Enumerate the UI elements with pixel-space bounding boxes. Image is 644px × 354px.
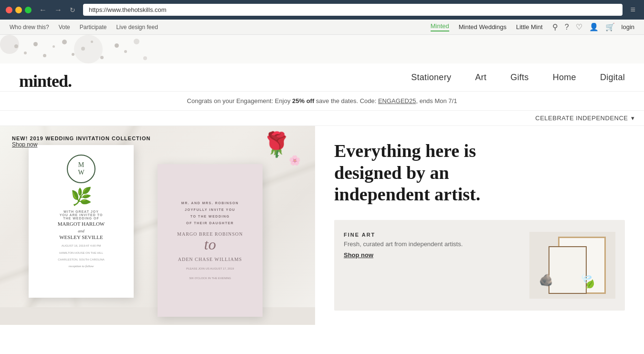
card-right-content: MR. AND MRS. ROBINSON JOYFULLY INVITE YO… [177,200,243,281]
petal-decoration: 🌸 [289,155,301,166]
cart-icon[interactable]: 🛒 [605,22,615,31]
celebrate-chevron-icon: ▾ [631,115,635,122]
card-text: WITH GREAT JOY YOU ARE INVITED TO THE WE… [58,210,105,268]
login-link[interactable]: login [622,23,634,31]
browser-menu-icon[interactable]: ≡ [627,4,638,16]
art-stone-decoration: 🪨 [539,273,553,287]
nav-stationery[interactable]: Stationery [411,73,451,83]
nav-art[interactable]: Art [475,73,486,83]
fine-art-text-section: FINE ART Fresh, curated art from indepen… [344,232,520,259]
promo-discount: 25% off [292,97,314,104]
card-right-script-to: to [177,237,243,252]
card-invite-line3: THE WEDDING OF [58,217,105,220]
card-city: CHARLESTON, SOUTH CAROLINA [58,258,105,262]
card-right-join-line: PLEASE JOIN US AUGUST 17, 2019 [177,266,243,271]
content-area: NEW! 2019 WEDDING INVITATION COLLECTION … [0,126,644,325]
monogram-m: M [78,161,84,169]
nav-gifts[interactable]: Gifts [510,73,529,83]
address-bar[interactable]: https://www.thehotskills.com [83,4,623,16]
fine-art-shop-now-link[interactable]: Shop now [344,251,520,259]
browser-chrome: ← → ↻ https://www.thehotskills.com ≡ [0,0,644,20]
card-greenery-decoration: 🌿 [71,188,92,205]
fine-art-label: FINE ART [344,232,520,238]
fine-art-image: 🍃 🪨 [529,232,615,299]
participate-link[interactable]: Participate [80,24,107,31]
browser-nav-buttons: ← → ↻ [36,5,78,15]
promo-text-before: Congrats on your Engagement: Enjoy [187,97,292,104]
card-and: and [58,229,105,233]
celebrate-bar: CELEBRATE INDEPENDENCE ▾ [0,111,644,126]
nav-home[interactable]: Home [553,73,576,83]
vote-link[interactable]: Vote [59,24,70,31]
wishlist-icon[interactable]: ♡ [576,22,582,31]
card-venue: HAMILTON HOUSE ON THE HILL [58,251,105,256]
card-right-name-bottom: ADEN CHASE WILLIAMS [177,257,243,262]
celebrate-independence-button[interactable]: CELEBRATE INDEPENDENCE ▾ [535,115,634,122]
promo-text-middle: save the dates. Code: [314,97,378,104]
monogram-w: W [78,169,84,177]
fine-art-box: FINE ART Fresh, curated art from indepen… [334,220,625,311]
card-right-line3: TO THE WEDDING [177,213,243,220]
search-icon[interactable]: ⚲ [552,22,558,31]
utility-left-links: Who drew this? Vote Participate Live des… [10,24,158,31]
minted-nav-link[interactable]: Minted [431,22,449,31]
card-name2: WESLEY SEVILLE [58,233,105,242]
hero-label: NEW! 2019 WEDDING INVITATION COLLECTION … [12,135,150,148]
hero-right: Everything here is designed by an indepe… [315,126,644,325]
nav-digital[interactable]: Digital [600,73,625,83]
site-logo[interactable]: minted. [19,71,72,91]
fine-art-description: Fresh, curated art from independent arti… [344,240,520,248]
main-navigation: Stationery Art Gifts Home Digital [411,73,625,90]
card-right-line1: MR. AND MRS. ROBINSON [177,200,243,207]
forward-button[interactable]: → [52,5,65,15]
celebrate-label: CELEBRATE INDEPENDENCE [535,115,628,122]
back-button[interactable]: ← [36,5,50,15]
dots-decoration [0,35,644,63]
maximize-button[interactable] [25,7,32,13]
shop-now-hero-link[interactable]: Shop now [12,141,150,148]
marble-background: NEW! 2019 WEDDING INVITATION COLLECTION … [0,126,315,307]
card-right-time: SIX O'CLOCK IN THE EVENING [177,275,243,281]
wedding-card-right: MR. AND MRS. ROBINSON JOYFULLY INVITE YO… [158,164,263,317]
traffic-lights [6,7,32,13]
reload-button[interactable]: ↻ [67,5,78,15]
hero-left: NEW! 2019 WEDDING INVITATION COLLECTION … [0,126,315,325]
promo-code[interactable]: ENGAGED25 [378,97,416,104]
card-monogram: M W [67,155,95,183]
who-drew-link[interactable]: Who drew this? [10,24,49,31]
minted-weddings-nav-link[interactable]: Minted Weddings [459,23,507,31]
wedding-card-left: M W 🌿 WITH GREAT JOY YOU ARE INVITED TO … [29,145,134,298]
card-right-line4: OF THEIR DAUGHTER [177,220,243,227]
utility-right-section: Minted Minted Weddings Little Mint ⚲ ? ♡… [431,22,634,31]
card-date: AUGUST 16, 2019 AT 4:00 PM [58,244,105,249]
collection-badge: NEW! 2019 WEDDING INVITATION COLLECTION [12,135,150,141]
card-rsvp: reception to follow [58,264,105,268]
minimize-button[interactable] [15,7,22,13]
card-right-line2: JOYFULLY INVITE YOU [177,207,243,213]
card-name1: MARGOT HARLOW [58,220,105,229]
help-icon[interactable]: ? [565,23,569,31]
account-icon[interactable]: 👤 [589,22,599,31]
close-button[interactable] [6,7,12,13]
main-header: minted. Stationery Art Gifts Home Digita… [0,63,644,92]
utility-bar: Who drew this? Vote Participate Live des… [0,20,644,35]
promo-text-after: , ends Mon 7/1 [416,97,457,104]
card-invite-line2: YOU ARE INVITED TO [58,213,105,217]
promo-bar: Congrats on your Engagement: Enjoy 25% o… [0,92,644,111]
little-mint-nav-link[interactable]: Little Mint [516,23,543,31]
hero-heading: Everything here is designed by an indepe… [334,140,525,206]
flower-decoration: 🌹 [262,131,291,158]
utility-icons: ⚲ ? ♡ 👤 🛒 login [552,22,634,31]
card-invite-label: WITH GREAT JOY [58,210,105,213]
live-design-feed-link[interactable]: Live design feed [116,24,158,31]
